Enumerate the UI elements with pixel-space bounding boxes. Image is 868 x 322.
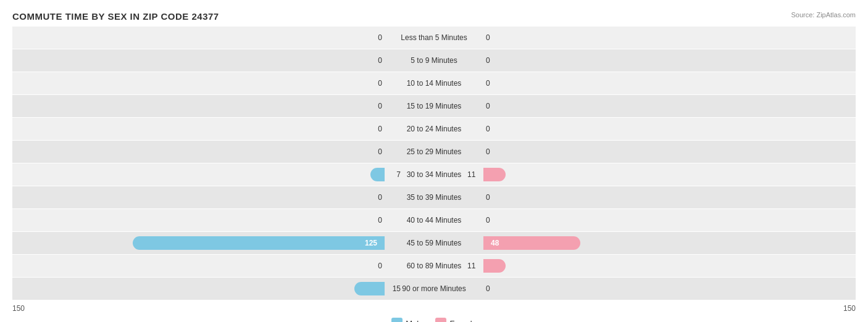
- row-label: 10 to 14 Minutes: [385, 79, 483, 88]
- bar-row: 05 to 9 Minutes0: [12, 49, 856, 72]
- female-label: Female: [449, 319, 476, 323]
- right-half: 11: [483, 163, 856, 186]
- left-half: 7: [12, 163, 385, 186]
- bar-row: 730 to 34 Minutes11: [12, 163, 856, 186]
- right-half: 48: [483, 232, 856, 254]
- bar-row: 015 to 19 Minutes0: [12, 95, 856, 117]
- right-half: 0: [483, 27, 856, 49]
- female-bar: 11: [483, 168, 506, 181]
- female-zero: 0: [486, 79, 490, 88]
- left-half: 0: [12, 209, 385, 231]
- left-half: 15: [12, 278, 385, 300]
- axis-right: 150: [484, 304, 856, 313]
- chart-body: 0Less than 5 Minutes005 to 9 Minutes0010…: [12, 27, 856, 300]
- male-zero: 0: [378, 33, 382, 42]
- male-zero: 0: [378, 79, 382, 88]
- female-zero: 0: [486, 147, 490, 156]
- male-bar: 125: [133, 236, 385, 250]
- right-half: 0: [483, 186, 856, 208]
- left-half: 0: [12, 255, 385, 277]
- left-half: 0: [12, 141, 385, 163]
- right-half: 0: [483, 209, 856, 231]
- male-swatch: [391, 318, 403, 322]
- male-zero: 0: [378, 193, 382, 202]
- male-zero: 0: [378, 125, 382, 133]
- male-zero: 0: [378, 262, 382, 270]
- female-zero: 0: [486, 102, 490, 110]
- female-zero: 0: [486, 33, 490, 42]
- male-zero: 0: [378, 102, 382, 110]
- axis-left: 150: [12, 304, 384, 313]
- chart-title: COMMUTE TIME BY SEX IN ZIP CODE 24377: [12, 11, 856, 22]
- left-half: 0: [12, 27, 385, 49]
- bar-row: 010 to 14 Minutes0: [12, 72, 856, 94]
- right-half: 0: [483, 118, 856, 140]
- left-half: 125: [12, 232, 385, 254]
- female-zero: 0: [486, 216, 490, 225]
- axis-row: 150 150: [12, 304, 856, 313]
- left-half: 0: [12, 186, 385, 208]
- row-label: Less than 5 Minutes: [385, 33, 483, 42]
- right-half: 0: [483, 278, 856, 300]
- row-label: 45 to 59 Minutes: [385, 239, 483, 247]
- male-zero: 0: [378, 147, 382, 156]
- legend-female: Female: [435, 318, 476, 322]
- female-zero: 0: [486, 193, 490, 202]
- row-label: 25 to 29 Minutes: [385, 147, 483, 156]
- bar-row: 1590 or more Minutes0: [12, 278, 856, 300]
- female-zero: 0: [486, 125, 490, 133]
- row-label: 30 to 34 Minutes: [385, 170, 483, 179]
- female-bar: 48: [483, 236, 580, 250]
- female-bar: 11: [483, 259, 506, 273]
- female-value: 48: [486, 237, 504, 249]
- row-label: 90 or more Minutes: [385, 284, 483, 293]
- bar-row: 040 to 44 Minutes0: [12, 209, 856, 231]
- axis-left-value: 150: [12, 304, 25, 313]
- bar-row: 060 to 89 Minutes11: [12, 255, 856, 277]
- bar-row: 035 to 39 Minutes0: [12, 186, 856, 208]
- legend-row: Male Female: [12, 318, 856, 322]
- bar-row: 0Less than 5 Minutes0: [12, 27, 856, 49]
- axis-right-value: 150: [843, 304, 856, 313]
- row-label: 40 to 44 Minutes: [385, 216, 483, 225]
- source-text: Source: ZipAtlas.com: [791, 11, 856, 19]
- female-zero: 0: [486, 284, 490, 293]
- male-zero: 0: [378, 216, 382, 225]
- left-half: 0: [12, 72, 385, 94]
- male-label: Male: [406, 319, 423, 323]
- right-half: 0: [483, 141, 856, 163]
- male-bar: 15: [354, 282, 385, 295]
- left-half: 0: [12, 118, 385, 140]
- right-half: 11: [483, 255, 856, 277]
- bar-row: 12545 to 59 Minutes48: [12, 232, 856, 254]
- male-value: 125: [360, 237, 382, 249]
- row-label: 15 to 19 Minutes: [385, 102, 483, 110]
- bar-row: 025 to 29 Minutes0: [12, 141, 856, 163]
- row-label: 5 to 9 Minutes: [385, 56, 483, 65]
- right-half: 0: [483, 72, 856, 94]
- female-swatch: [435, 318, 446, 322]
- right-half: 0: [483, 49, 856, 72]
- row-label: 20 to 24 Minutes: [385, 125, 483, 133]
- male-bar: 7: [370, 168, 385, 181]
- chart-container: COMMUTE TIME BY SEX IN ZIP CODE 24377 So…: [0, 0, 868, 322]
- row-label: 60 to 89 Minutes: [385, 262, 483, 270]
- male-zero: 0: [378, 56, 382, 65]
- left-half: 0: [12, 95, 385, 117]
- bar-row: 020 to 24 Minutes0: [12, 118, 856, 140]
- right-half: 0: [483, 95, 856, 117]
- legend-male: Male: [391, 318, 423, 322]
- female-zero: 0: [486, 56, 490, 65]
- row-label: 35 to 39 Minutes: [385, 193, 483, 202]
- left-half: 0: [12, 49, 385, 72]
